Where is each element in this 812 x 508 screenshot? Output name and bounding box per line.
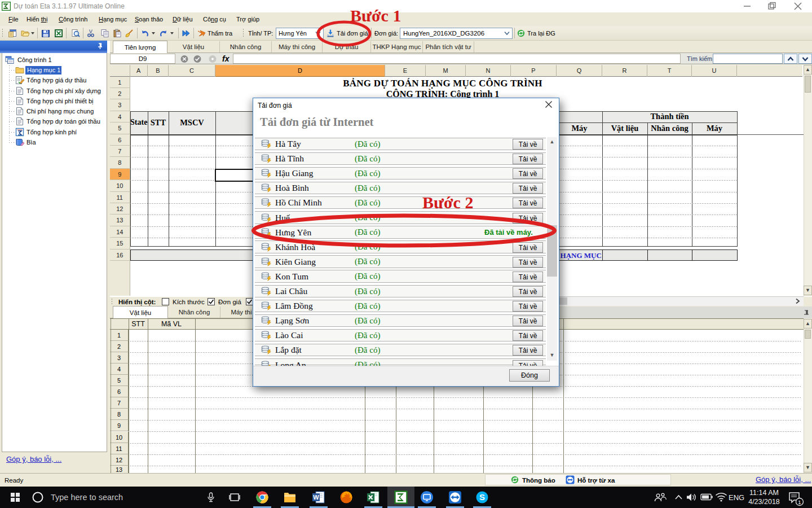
svg-text:S: S <box>479 492 485 502</box>
svg-text:W: W <box>313 494 319 501</box>
svg-text:1: 1 <box>798 499 801 505</box>
